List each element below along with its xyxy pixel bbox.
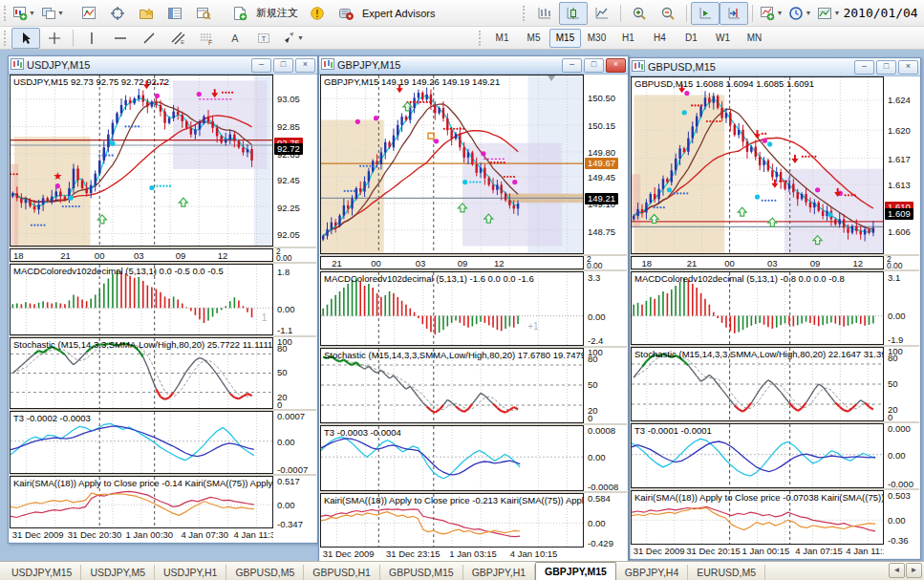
toolbar-separator bbox=[73, 30, 74, 47]
chart-shift-button[interactable] bbox=[720, 2, 748, 25]
time-label: 12 bbox=[218, 250, 228, 261]
macd-plot[interactable]: MACDColoredv102decimal (5,13,1) -1.6 0.0… bbox=[320, 271, 584, 346]
cursor-tool-button[interactable] bbox=[11, 28, 40, 49]
new-chart-button[interactable]: ▼ bbox=[10, 2, 38, 25]
timeframe-button-M15[interactable]: M15 bbox=[549, 29, 581, 48]
macd-indicator-label: MACDColoredv102decimal (5,13,1) -1.6 0.0… bbox=[324, 273, 583, 284]
line-chart-type-button[interactable] bbox=[588, 2, 616, 25]
chevron-down-icon: ▼ bbox=[776, 10, 783, 16]
timeframe-button-H1[interactable]: H1 bbox=[612, 29, 644, 48]
chart-tab-USDJPY-M15[interactable]: USDJPY,M15 bbox=[3, 565, 81, 580]
kairi-plot[interactable]: Kairi(SMA((18)) Apply to Close price -0.… bbox=[320, 493, 584, 548]
main-chart-plot[interactable]: USDJPY,M15 92.73 92.75 92.72 92.72★ bbox=[10, 75, 273, 247]
text-label-tool-button[interactable]: T bbox=[249, 28, 278, 49]
favorites-button[interactable] bbox=[132, 2, 161, 25]
close-button[interactable]: × bbox=[898, 60, 918, 75]
macd-plot[interactable]: MACDColoredv102decimal (5,13,1) -0.8 0.0… bbox=[631, 271, 884, 346]
minimize-button[interactable]: – bbox=[562, 58, 582, 73]
toolbar-grip[interactable] bbox=[479, 31, 483, 46]
tick-chart-button[interactable] bbox=[75, 2, 103, 25]
crosshair-window-button[interactable] bbox=[103, 2, 132, 25]
chart-tab-GBPJPY-H1[interactable]: GBPJPY,H1 bbox=[463, 565, 535, 580]
timeframe-button-M30[interactable]: M30 bbox=[581, 29, 612, 48]
vertical-line-tool-button[interactable] bbox=[77, 28, 106, 49]
expert-advisors-label[interactable]: Expert Advisors bbox=[362, 8, 435, 19]
date-axis-gbpusd: 31 Dec 200931 Dec 20:151 Jan 00:154 Jan … bbox=[631, 545, 919, 558]
maximize-button[interactable]: □ bbox=[584, 58, 604, 73]
window-title: USDJPY,M15 bbox=[27, 59, 248, 71]
chart-tab-EURUSD-M5[interactable]: EURUSD,M5 bbox=[688, 565, 765, 580]
zoom-out-button[interactable] bbox=[654, 2, 682, 25]
t3-axis: 0.00080.00-0.0008 bbox=[584, 425, 627, 491]
templates-button[interactable]: ▼ bbox=[814, 2, 843, 25]
tab-scroll-right-button[interactable]: ► bbox=[906, 563, 922, 578]
timeframe-button-M1[interactable]: M1 bbox=[486, 29, 518, 48]
t3-plot[interactable]: T3 -0.0001 -0.0001 bbox=[631, 423, 884, 488]
svg-text:★: ★ bbox=[53, 170, 62, 182]
toolbar-grip[interactable] bbox=[4, 31, 8, 46]
horizontal-line-tool-button[interactable] bbox=[106, 28, 135, 49]
kairi-plot[interactable]: Kairi(SMA((18)) Apply to Close price -0.… bbox=[631, 490, 884, 545]
maximize-button[interactable]: □ bbox=[876, 60, 896, 75]
time-axis[interactable]: 182100030912 bbox=[10, 248, 273, 262]
window-titlebar[interactable]: GBPUSD,M15–□× bbox=[630, 58, 920, 76]
close-button[interactable]: × bbox=[606, 58, 626, 73]
time-axis-strip-gbpusd: 18210003091220.00 bbox=[631, 256, 919, 269]
main-chart-plot[interactable]: GBPJPY,M15 149.19 149.26 149.19 149.21 bbox=[320, 75, 584, 254]
expert-advisors-button[interactable] bbox=[332, 2, 360, 25]
chart-tab-USDJPY-M5[interactable]: USDJPY,M5 bbox=[81, 565, 155, 580]
timeframe-button-D1[interactable]: D1 bbox=[676, 29, 707, 48]
axis-label: 0.0007 bbox=[277, 411, 305, 421]
toolbar-grip[interactable] bbox=[4, 6, 6, 21]
ohlc-readout: USDJPY,M15 92.73 92.75 92.72 92.72 bbox=[13, 76, 272, 87]
time-axis[interactable]: 2100030912 bbox=[320, 256, 584, 269]
candlestick-type-button[interactable] bbox=[559, 2, 588, 25]
alerts-button[interactable]: ! bbox=[303, 2, 332, 25]
trendline-tool-button[interactable] bbox=[135, 28, 163, 49]
indicators-button[interactable]: ▼ bbox=[757, 2, 785, 25]
text-icon: A bbox=[227, 31, 243, 46]
stochastic-plot[interactable]: Stochastic (M15,14,3,3,SMMA,Low/High,80,… bbox=[631, 347, 884, 421]
window-titlebar[interactable]: GBPJPY,M15–□× bbox=[319, 56, 628, 75]
channel-tool-button[interactable]: E bbox=[163, 28, 192, 49]
tab-scroll-left-button[interactable]: ◄ bbox=[889, 563, 905, 578]
bar-chart-type-button[interactable] bbox=[530, 2, 559, 25]
auto-scroll-button[interactable] bbox=[691, 2, 720, 25]
macd-plot[interactable]: MACDColoredv102decimal (5,13,1) 0.0 -0.5… bbox=[10, 264, 273, 335]
timeframe-button-M5[interactable]: M5 bbox=[518, 29, 549, 48]
t3-plot[interactable]: T3 -0.0002 -0.0003 bbox=[10, 411, 273, 474]
arrows-tool-button[interactable]: ▼ bbox=[278, 28, 307, 49]
chart-tab-USDJPY-H1[interactable]: USDJPY,H1 bbox=[155, 565, 226, 580]
fibonacci-icon: F bbox=[199, 31, 214, 46]
fibonacci-tool-button[interactable]: F bbox=[192, 28, 221, 49]
chart-tab-GBPUSD-M5[interactable]: GBPUSD,M5 bbox=[226, 565, 304, 580]
close-button[interactable]: × bbox=[295, 58, 315, 73]
chart-tab-GBPUSD-M15[interactable]: GBPUSD,M15 bbox=[380, 565, 463, 580]
minimize-button[interactable]: – bbox=[854, 60, 874, 75]
data-window-button[interactable] bbox=[189, 2, 218, 25]
timeframe-button-H4[interactable]: H4 bbox=[644, 29, 676, 48]
zoom-in-button[interactable] bbox=[625, 2, 654, 25]
toolbar-grip[interactable] bbox=[523, 6, 526, 21]
stochastic-plot[interactable]: Stochastic (M15,14,3,3,SMMA,Low/High,80,… bbox=[320, 348, 584, 422]
crosshair-tool-button[interactable] bbox=[40, 28, 69, 49]
time-axis[interactable]: 182100030912 bbox=[631, 256, 884, 269]
chart-tab-GBPJPY-H4[interactable]: GBPJPY,H4 bbox=[616, 565, 688, 580]
window-titlebar[interactable]: USDJPY,M15–□× bbox=[9, 56, 317, 75]
new-order-label[interactable]: 新規注文 bbox=[256, 6, 298, 20]
t3-plot[interactable]: T3 -0.0003 -0.0004 bbox=[320, 425, 584, 491]
profiles-button[interactable]: ▼ bbox=[38, 2, 67, 25]
market-watch-button[interactable] bbox=[161, 2, 189, 25]
stochastic-plot[interactable]: Stochastic (M15,14,3,3,SMMA,Low/High,80,… bbox=[10, 337, 273, 409]
timeframe-button-W1[interactable]: W1 bbox=[707, 29, 739, 48]
chart-tab-GBPUSD-H1[interactable]: GBPUSD,H1 bbox=[304, 565, 380, 580]
maximize-button[interactable]: □ bbox=[273, 58, 293, 73]
text-tool-button[interactable]: A bbox=[221, 28, 249, 49]
new-order-button[interactable] bbox=[226, 2, 254, 25]
timeframe-button-MN[interactable]: MN bbox=[739, 29, 770, 48]
kairi-plot[interactable]: Kairi(SMA((18)) Apply to Close price -0.… bbox=[10, 476, 273, 528]
chart-tab-GBPJPY-M15[interactable]: GBPJPY,M15 bbox=[535, 562, 616, 580]
periods-button[interactable]: ▼ bbox=[785, 2, 814, 25]
minimize-button[interactable]: – bbox=[251, 58, 271, 73]
main-chart-plot[interactable]: GBPUSD,M15 1.6088 1.6094 1.6085 1.6091 bbox=[631, 76, 884, 254]
